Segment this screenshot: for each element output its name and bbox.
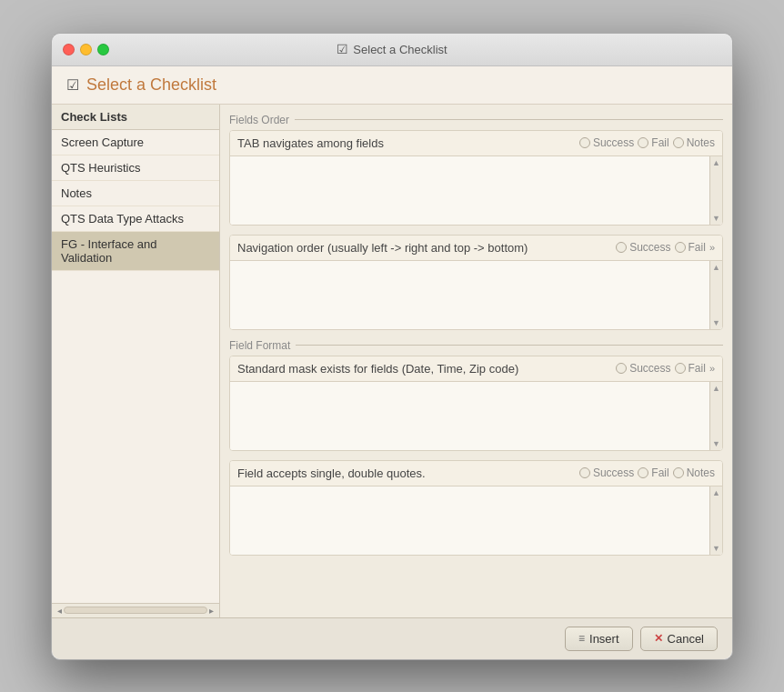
checklist-item-quotes-body: ▲ ▼ [230, 486, 722, 555]
section-label-fields-order: Fields Order [229, 114, 723, 126]
sidebar-scrollbar: ◂ ▸ [52, 603, 219, 617]
titlebar: ☑ Select a Checklist [52, 34, 732, 66]
radio-fail-nav[interactable]: Fail [675, 241, 706, 254]
radio-fail-tab[interactable]: Fail [638, 136, 668, 149]
inner-scrollbar-tab: ▲ ▼ [709, 156, 722, 225]
checklist-item-tab-navigates-header: TAB navigates among fields Success Fail [230, 131, 722, 156]
dialog-header: ☑ Select a Checklist [52, 66, 732, 105]
cancel-label: Cancel [668, 632, 704, 646]
cancel-icon: ✕ [654, 632, 663, 645]
scroll-left-arrow[interactable]: ◂ [55, 606, 64, 616]
expand-arrow-nav[interactable]: » [709, 242, 715, 253]
checklist-item-nav-order-header: Navigation order (usually left -> right … [230, 236, 722, 261]
scroll-up-tab[interactable]: ▲ [710, 156, 722, 169]
radio-notes-tab[interactable]: Notes [673, 136, 715, 149]
minimize-button[interactable] [80, 44, 92, 55]
checklist-item-nav-order-label: Navigation order (usually left -> right … [237, 241, 608, 255]
scroll-right-arrow[interactable]: ▸ [207, 606, 216, 616]
checklist-item-standard-mask-header: Standard mask exists for fields (Date, T… [230, 356, 722, 382]
sidebar-list: Screen Capture QTS Heuristics Notes QTS … [52, 130, 219, 603]
radio-circle-fail-quotes [638, 467, 648, 478]
titlebar-title: ☑ Select a Checklist [337, 42, 447, 56]
scroll-up-nav[interactable]: ▲ [710, 261, 722, 274]
radio-circle-notes-tab [673, 137, 684, 148]
insert-label: Insert [589, 632, 619, 646]
inner-scrollbar-nav: ▲ ▼ [709, 261, 722, 329]
radio-group-nav-order: Success Fail » [616, 241, 715, 254]
radio-fail-mask[interactable]: Fail [675, 362, 706, 375]
dialog-header-title: Select a Checklist [86, 75, 216, 95]
radio-group-standard-mask: Success Fail » [616, 362, 715, 375]
radio-notes-quotes[interactable]: Notes [673, 466, 715, 479]
section-label-field-format: Field Format [229, 339, 723, 352]
checklist-item-quotes-label: Field accepts single, double quotes. [237, 466, 572, 480]
sidebar-item-qts-data-type[interactable]: QTS Data Type Attacks [52, 206, 219, 232]
dialog-header-icon: ☑ [66, 76, 79, 94]
checklist-item-tab-navigates: TAB navigates among fields Success Fail [229, 130, 723, 226]
cancel-button[interactable]: ✕ Cancel [640, 627, 718, 651]
sidebar-item-qts-heuristics[interactable]: QTS Heuristics [52, 155, 219, 181]
radio-success-mask[interactable]: Success [616, 362, 670, 375]
checklist-item-quotes: Field accepts single, double quotes. Suc… [229, 460, 723, 556]
radio-circle-fail-tab [638, 137, 648, 148]
content-area: Check Lists Screen Capture QTS Heuristic… [52, 105, 732, 617]
sidebar-item-screen-capture[interactable]: Screen Capture [52, 130, 219, 155]
scroll-down-nav[interactable]: ▼ [710, 316, 722, 329]
close-button[interactable] [63, 44, 75, 55]
radio-success-tab[interactable]: Success [579, 136, 634, 149]
checklist-item-standard-mask: Standard mask exists for fields (Date, T… [229, 356, 723, 451]
radio-circle-fail-mask [675, 363, 686, 374]
scroll-down-mask[interactable]: ▼ [710, 437, 722, 450]
expand-arrow-mask[interactable]: » [709, 363, 715, 374]
radio-circle-success-mask [616, 363, 627, 374]
titlebar-icon: ☑ [337, 42, 348, 56]
inner-scrollbar-quotes: ▲ ▼ [709, 486, 722, 555]
radio-circle-notes-quotes [673, 467, 684, 478]
checklist-item-quotes-header: Field accepts single, double quotes. Suc… [230, 461, 722, 486]
sidebar-item-fg-interface[interactable]: FG - Interface and Validation [52, 232, 219, 271]
radio-circle-success-quotes [579, 467, 590, 478]
section-field-format: Field Format Standard mask exists for fi… [229, 339, 723, 556]
scroll-down-quotes[interactable]: ▼ [710, 542, 722, 555]
sidebar-item-notes[interactable]: Notes [52, 181, 219, 206]
radio-fail-quotes[interactable]: Fail [638, 466, 668, 479]
inner-scrollbar-mask: ▲ ▼ [709, 382, 722, 450]
checklist-item-nav-order: Navigation order (usually left -> right … [229, 235, 723, 330]
traffic-lights [63, 44, 109, 55]
main-window: ☑ Select a Checklist ☑ Select a Checklis… [51, 33, 733, 660]
maximize-button[interactable] [97, 44, 109, 55]
insert-button[interactable]: ≡ Insert [565, 627, 633, 651]
radio-success-nav[interactable]: Success [616, 241, 670, 254]
main-panel[interactable]: Fields Order TAB navigates among fields … [220, 105, 732, 617]
h-scrollbar-track [64, 607, 207, 614]
scroll-down-tab[interactable]: ▼ [710, 212, 722, 225]
sidebar: Check Lists Screen Capture QTS Heuristic… [52, 105, 220, 617]
scroll-up-quotes[interactable]: ▲ [710, 486, 722, 499]
radio-group-quotes: Success Fail Notes [579, 466, 715, 479]
radio-circle-fail-nav [675, 242, 686, 253]
checklist-item-tab-navigates-body: ▲ ▼ [230, 156, 722, 225]
checklist-item-standard-mask-body: ▲ ▼ [230, 382, 722, 450]
radio-group-tab-navigates: Success Fail Notes [579, 136, 715, 149]
radio-success-quotes[interactable]: Success [579, 466, 634, 479]
section-fields-order: Fields Order TAB navigates among fields … [229, 114, 723, 330]
titlebar-text: Select a Checklist [353, 43, 447, 56]
sidebar-header: Check Lists [52, 105, 219, 130]
scroll-up-mask[interactable]: ▲ [710, 382, 722, 395]
insert-icon: ≡ [578, 632, 585, 645]
checklist-item-nav-order-body: ▲ ▼ [230, 261, 722, 329]
checklist-item-tab-navigates-label: TAB navigates among fields [237, 136, 572, 150]
radio-circle-success-tab [579, 137, 590, 148]
footer: ≡ Insert ✕ Cancel [52, 617, 732, 659]
checklist-item-standard-mask-label: Standard mask exists for fields (Date, T… [237, 362, 608, 376]
radio-circle-success-nav [616, 242, 627, 253]
